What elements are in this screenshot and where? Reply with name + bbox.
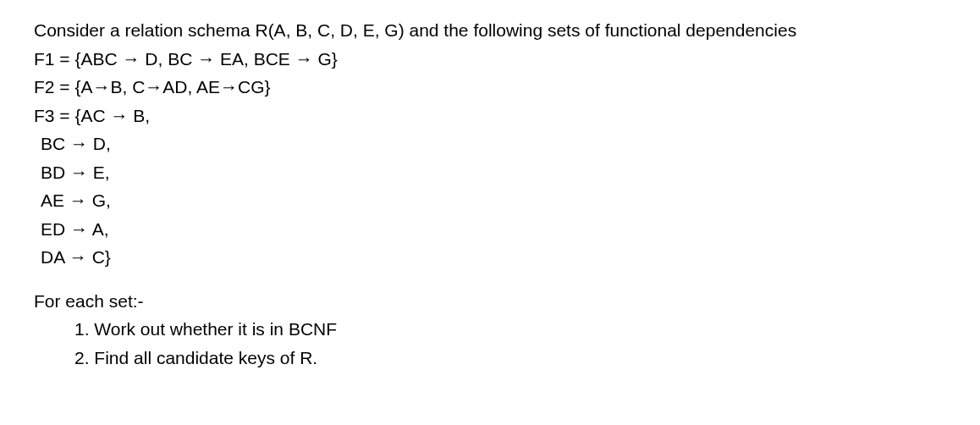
fd-set-f3-start: F3 = {AC → B,: [34, 102, 946, 130]
fd-set-f2: F2 = {A→B, C→AD, AE→CG}: [34, 74, 946, 101]
task-item-2: 2. Find all candidate keys of R.: [34, 345, 946, 372]
intro-text: Consider a relation schema R(A, B, C, D,…: [34, 17, 946, 44]
tasks-heading: For each set:-: [34, 288, 946, 315]
spacer: [34, 273, 946, 288]
fd-set-f3-line: ED → A,: [34, 216, 946, 243]
fd-set-f3-line: AE → G,: [34, 187, 946, 214]
fd-set-f1: F1 = {ABC → D, BC → EA, BCE → G}: [34, 46, 946, 73]
fd-set-f3-line: DA → C}: [34, 244, 946, 271]
task-item-1: 1. Work out whether it is in BCNF: [34, 316, 946, 343]
fd-set-f3-line: BD → E,: [34, 159, 946, 186]
fd-set-f3-line: BC → D,: [34, 130, 946, 157]
